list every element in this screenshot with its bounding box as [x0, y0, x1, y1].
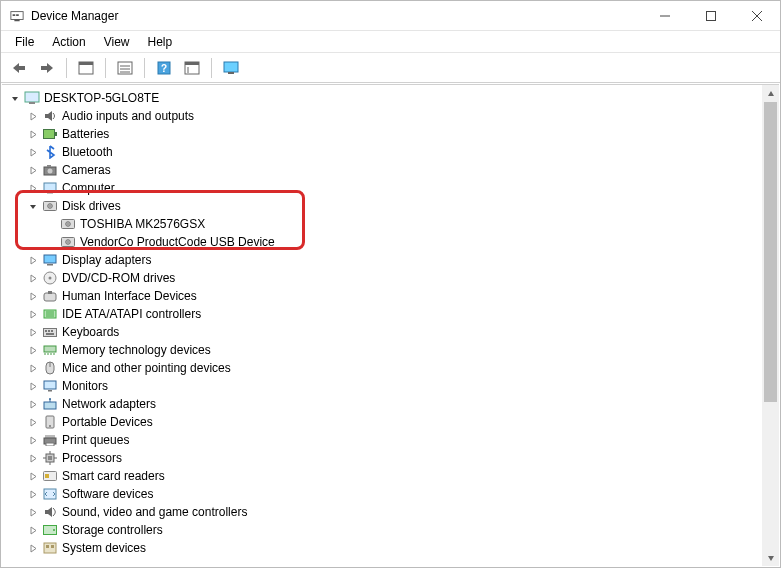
toolbar-separator [144, 58, 145, 78]
bluetooth-icon [42, 144, 58, 160]
expander-icon[interactable] [26, 485, 40, 503]
menu-view[interactable]: View [96, 33, 138, 51]
expander-icon[interactable] [26, 431, 40, 449]
expander-icon[interactable] [26, 251, 40, 269]
tree-root[interactable]: DESKTOP-5GLO8TE [8, 89, 762, 107]
tree-category[interactable]: System devices [8, 539, 762, 557]
expander-icon[interactable] [26, 269, 40, 287]
toolbar-back-button[interactable] [7, 56, 31, 80]
network-icon [42, 396, 58, 412]
expander-icon[interactable] [26, 377, 40, 395]
toolbar-properties-button[interactable] [113, 56, 137, 80]
maximize-button[interactable] [688, 1, 734, 30]
svg-rect-55 [46, 333, 54, 335]
svg-rect-9 [41, 66, 48, 70]
toolbar-monitor-button[interactable] [219, 56, 243, 80]
category-label: Computer [62, 179, 115, 197]
storage-icon [42, 522, 58, 538]
category-label: Batteries [62, 125, 109, 143]
toolbar-scan-button[interactable] [180, 56, 204, 80]
expander-icon[interactable] [26, 449, 40, 467]
memory-icon [42, 342, 58, 358]
expander-icon[interactable] [26, 467, 40, 485]
tree-category[interactable]: Network adapters [8, 395, 762, 413]
category-label: Cameras [62, 161, 111, 179]
expander-icon[interactable] [26, 305, 40, 323]
svg-rect-2 [16, 14, 19, 16]
computer-icon [24, 90, 40, 106]
tree-category[interactable]: Keyboards [8, 323, 762, 341]
tree-category[interactable]: Processors [8, 449, 762, 467]
minimize-button[interactable] [642, 1, 688, 30]
expander-icon[interactable] [26, 197, 40, 215]
tree-category[interactable]: Cameras [8, 161, 762, 179]
close-button[interactable] [734, 1, 780, 30]
svg-rect-74 [48, 456, 52, 460]
scroll-up-arrow[interactable] [762, 85, 779, 102]
tree-category[interactable]: Bluetooth [8, 143, 762, 161]
scroll-down-arrow[interactable] [762, 549, 779, 566]
tree-device[interactable]: TOSHIBA MK2576GSX [8, 215, 762, 233]
tree-device[interactable]: VendorCo ProductCode USB Device [8, 233, 762, 251]
expander-icon[interactable] [26, 287, 40, 305]
tree-category[interactable]: Storage controllers [8, 521, 762, 539]
expander-icon[interactable] [26, 359, 40, 377]
tree-category[interactable]: Batteries [8, 125, 762, 143]
disk-icon [60, 234, 76, 250]
svg-rect-1 [13, 14, 16, 16]
tree-category[interactable]: Disk drives [8, 197, 762, 215]
expander-icon[interactable] [26, 521, 40, 539]
tree-category[interactable]: IDE ATA/ATAPI controllers [8, 305, 762, 323]
tree-category[interactable]: Portable Devices [8, 413, 762, 431]
toolbar-show-hide-button[interactable] [74, 56, 98, 80]
expander-icon[interactable] [8, 89, 22, 107]
tree-category[interactable]: Mice and other pointing devices [8, 359, 762, 377]
tree-category[interactable]: Computer [8, 179, 762, 197]
mouse-icon [42, 360, 58, 376]
expander-icon[interactable] [26, 503, 40, 521]
tree-category[interactable]: Human Interface Devices [8, 287, 762, 305]
expander-icon[interactable] [26, 161, 40, 179]
tree-category[interactable]: Smart card readers [8, 467, 762, 485]
tree-category[interactable]: Display adapters [8, 251, 762, 269]
disk-icon [60, 216, 76, 232]
svg-rect-54 [51, 330, 53, 332]
tree-category[interactable]: Print queues [8, 431, 762, 449]
tree-category[interactable]: Audio inputs and outputs [8, 107, 762, 125]
svg-point-67 [49, 398, 51, 400]
battery-icon [42, 126, 58, 142]
category-label: Display adapters [62, 251, 151, 269]
expander-icon[interactable] [26, 179, 40, 197]
menu-help[interactable]: Help [140, 33, 181, 51]
toolbar-help-button[interactable]: ? [152, 56, 176, 80]
expander-icon[interactable] [26, 395, 40, 413]
menu-file[interactable]: File [7, 33, 42, 51]
vertical-scrollbar[interactable] [762, 85, 779, 566]
svg-rect-11 [79, 62, 93, 65]
tree-category[interactable]: Memory technology devices [8, 341, 762, 359]
expander-icon[interactable] [26, 125, 40, 143]
tree-category[interactable]: Monitors [8, 377, 762, 395]
device-tree[interactable]: DESKTOP-5GLO8TEAudio inputs and outputsB… [2, 85, 762, 566]
scroll-thumb[interactable] [764, 102, 777, 402]
svg-rect-21 [224, 62, 238, 72]
computer-icon [42, 180, 58, 196]
menu-action[interactable]: Action [44, 33, 93, 51]
expander-icon[interactable] [26, 323, 40, 341]
scroll-track[interactable] [762, 102, 779, 549]
expander-icon[interactable] [26, 107, 40, 125]
toolbar-forward-button[interactable] [35, 56, 59, 80]
expander-icon[interactable] [26, 413, 40, 431]
category-label: Memory technology devices [62, 341, 211, 359]
category-label: Sound, video and game controllers [62, 503, 247, 521]
printer-icon [42, 432, 58, 448]
tree-category[interactable]: Software devices [8, 485, 762, 503]
tree-category[interactable]: DVD/CD-ROM drives [8, 269, 762, 287]
expander-icon[interactable] [26, 539, 40, 557]
expander-icon[interactable] [26, 143, 40, 161]
category-label: Mice and other pointing devices [62, 359, 231, 377]
titlebar: Device Manager [1, 1, 780, 31]
expander-icon[interactable] [26, 341, 40, 359]
svg-rect-29 [47, 165, 51, 167]
tree-category[interactable]: Sound, video and game controllers [8, 503, 762, 521]
